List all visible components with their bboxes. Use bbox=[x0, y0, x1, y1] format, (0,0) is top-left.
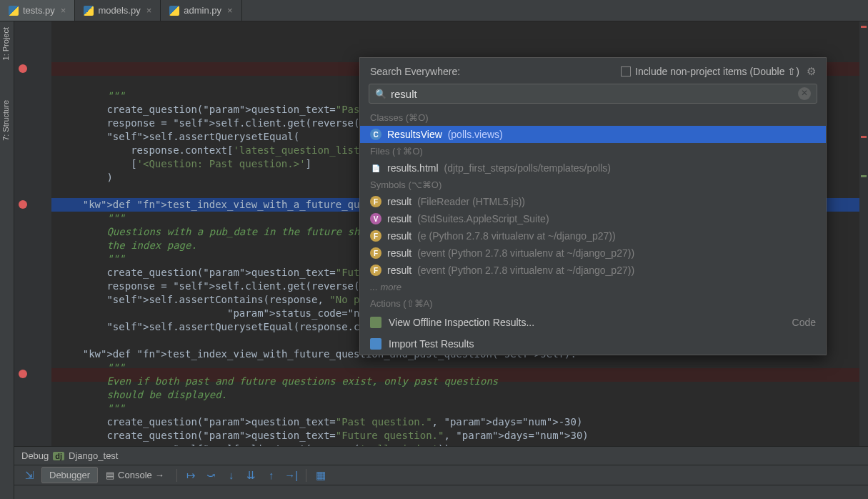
console-icon: ▤ bbox=[106, 470, 114, 480]
debug-tool-window-header: Debug dj Django_test bbox=[14, 446, 868, 465]
close-icon[interactable]: × bbox=[61, 5, 66, 16]
show-execution-point-icon[interactable]: ↦ bbox=[184, 468, 199, 483]
evaluate-expression-icon[interactable]: ▦ bbox=[314, 468, 328, 483]
result-symbol-item[interactable]: Fresult (event (Python 2.7.8 virtualenv … bbox=[360, 244, 826, 262]
search-input[interactable] bbox=[391, 88, 798, 100]
python-icon bbox=[9, 6, 19, 16]
import-icon bbox=[370, 338, 381, 350]
debug-label: Debug bbox=[21, 450, 49, 461]
symbol-icon: F bbox=[370, 265, 381, 276]
group-actions: Actions (⇧⌘A) bbox=[360, 295, 826, 312]
result-symbol-item[interactable]: Fresult (e (Python 2.7.8 virtualenv at ~… bbox=[360, 227, 826, 244]
tool-window-project[interactable]: 1: Project bbox=[0, 21, 11, 66]
editor-tabs: tests.py× models.py× admin.py× bbox=[0, 0, 868, 21]
result-file-item[interactable]: 📄 results.html (djtp_first_steps/polls/t… bbox=[360, 159, 826, 177]
search-title: Search Everywhere: bbox=[370, 66, 621, 77]
django-icon: dj bbox=[53, 452, 64, 460]
result-symbol-item[interactable]: Vresult (StdSuites.AppleScript_Suite) bbox=[360, 210, 826, 227]
step-over-icon[interactable]: ⤻ bbox=[204, 468, 219, 483]
python-icon bbox=[169, 6, 179, 16]
restore-layout-icon[interactable]: ⇲ bbox=[22, 468, 36, 483]
step-out-icon[interactable]: ↑ bbox=[264, 468, 279, 483]
class-icon: C bbox=[370, 129, 381, 140]
frames-variables-strip bbox=[14, 485, 868, 499]
debugger-toolbar: ⇲ Debugger ▤Console→ ↦ ⤻ ↓ ⇊ ↑ →| ▦ bbox=[14, 465, 868, 485]
group-files: Files (⇧⌘O) bbox=[360, 143, 826, 159]
close-icon[interactable]: × bbox=[227, 5, 233, 16]
run-config-name: Django_test bbox=[69, 450, 118, 461]
breakpoint-icon[interactable] bbox=[19, 200, 27, 209]
symbol-icon: F bbox=[370, 196, 381, 207]
include-non-project-checkbox[interactable] bbox=[621, 66, 631, 76]
tab-models[interactable]: models.py× bbox=[75, 0, 161, 21]
search-everywhere-popup: Search Everywhere: Include non-project i… bbox=[359, 57, 827, 355]
gear-icon[interactable]: ⚙ bbox=[807, 65, 816, 78]
step-into-icon[interactable]: ↓ bbox=[224, 468, 239, 483]
tool-window-bar-left: 1: Project 7: Structure bbox=[0, 21, 14, 499]
breakpoint-icon[interactable] bbox=[19, 64, 27, 73]
inspection-icon bbox=[370, 317, 381, 328]
symbol-icon: V bbox=[370, 213, 381, 224]
symbol-icon: F bbox=[370, 230, 381, 242]
action-view-offline-inspection[interactable]: View Offline Inspection Results... Code bbox=[360, 312, 826, 333]
file-icon: 📄 bbox=[370, 162, 381, 174]
action-import-test-results[interactable]: Import Test Results bbox=[360, 333, 826, 355]
result-symbol-item[interactable]: Fresult (FileReader (HTML5.js)) bbox=[360, 193, 826, 210]
tab-admin[interactable]: admin.py× bbox=[161, 0, 241, 21]
error-stripe[interactable] bbox=[859, 21, 868, 446]
editor-gutter[interactable] bbox=[14, 21, 51, 446]
force-step-into-icon[interactable]: ⇊ bbox=[244, 468, 259, 483]
group-classes: Classes (⌘O) bbox=[360, 109, 826, 126]
include-non-project-label: Include non-project items (Double ⇧) bbox=[635, 66, 799, 77]
breakpoint-icon[interactable] bbox=[19, 370, 27, 378]
result-class-item[interactable]: C ResultsView (polls.views) bbox=[360, 126, 826, 143]
debugger-tab[interactable]: Debugger bbox=[41, 467, 98, 483]
result-symbol-item[interactable]: Fresult (event (Python 2.7.8 virtualenv … bbox=[360, 262, 826, 279]
run-to-cursor-icon[interactable]: →| bbox=[284, 468, 299, 483]
more-link[interactable]: ... more bbox=[360, 279, 826, 295]
close-icon[interactable]: × bbox=[146, 5, 152, 16]
tab-tests[interactable]: tests.py× bbox=[0, 0, 75, 21]
search-icon: 🔍 bbox=[375, 89, 386, 99]
group-symbols: Symbols (⌥⌘O) bbox=[360, 177, 826, 193]
tool-window-structure[interactable]: 7: Structure bbox=[0, 94, 11, 147]
symbol-icon: F bbox=[370, 247, 381, 259]
clear-icon[interactable]: ✕ bbox=[798, 87, 811, 100]
console-tab[interactable]: ▤Console→ bbox=[98, 467, 172, 483]
search-input-wrapper: 🔍 ✕ bbox=[369, 84, 817, 104]
python-icon bbox=[84, 6, 94, 16]
